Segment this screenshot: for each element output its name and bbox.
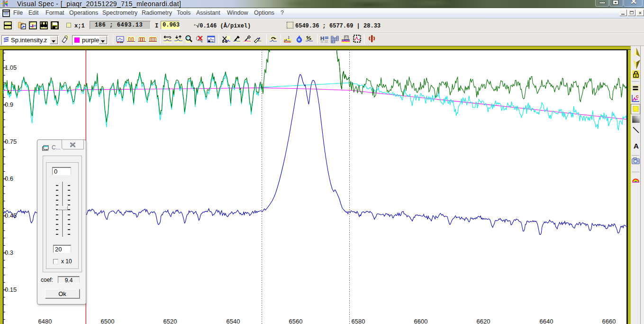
svg-text:C: C [636,94,639,99]
svg-text:1: 1 [288,35,290,40]
svg-text:H: H [320,36,324,41]
